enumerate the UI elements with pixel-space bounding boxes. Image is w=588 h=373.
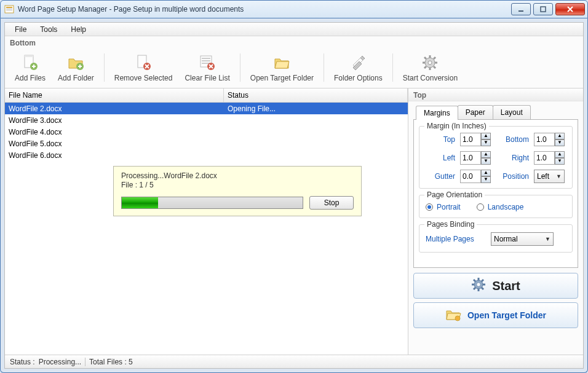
- progress-message: Processing...WordFile 2.docx File : 1 / …: [121, 171, 354, 190]
- spin-down-icon[interactable]: ▼: [481, 176, 491, 183]
- spin-down-icon[interactable]: ▼: [481, 158, 491, 165]
- folder-options-button[interactable]: Folder Options: [329, 52, 387, 84]
- menu-file[interactable]: File: [9, 24, 33, 35]
- table-row[interactable]: WordFile 3.docx: [5, 114, 408, 126]
- open-target-folder-big-button[interactable]: Open Target Folder: [413, 302, 578, 328]
- status-total-files: Total Files : 5: [89, 358, 133, 366]
- spin-right[interactable]: ▲▼: [534, 151, 568, 165]
- spin-up-icon[interactable]: ▲: [481, 151, 491, 158]
- input-bottom[interactable]: [534, 133, 555, 146]
- radio-portrait[interactable]: Portrait: [426, 203, 461, 211]
- svg-line-36: [474, 288, 475, 289]
- orientation-legend: Page Orientation: [424, 190, 485, 199]
- file-list-pane: File Name Status WordFile 2.docx Opening…: [5, 88, 408, 355]
- menu-help[interactable]: Help: [65, 24, 92, 35]
- list-clear-icon: [197, 53, 217, 73]
- toolbar-label: Clear File List: [185, 74, 229, 82]
- app-icon: [4, 4, 14, 14]
- svg-rect-4: [518, 10, 523, 12]
- window-title: Word Page Setup Manager - Page Setup in …: [18, 5, 509, 14]
- table-row[interactable]: WordFile 4.docx: [5, 126, 408, 138]
- select-position-value: Left: [537, 172, 549, 181]
- statusbar-separator: [85, 358, 85, 366]
- remove-selected-button[interactable]: Remove Selected: [109, 52, 178, 84]
- input-right[interactable]: [534, 151, 555, 165]
- select-position[interactable]: Left▼: [534, 170, 565, 183]
- start-conversion-button[interactable]: Start Conversion: [398, 52, 463, 84]
- folder-open-icon: [445, 308, 461, 323]
- spin-down-icon[interactable]: ▼: [555, 139, 565, 146]
- svg-line-26: [424, 66, 426, 68]
- orientation-group: Page Orientation Portrait Landscape: [419, 195, 573, 218]
- table-row[interactable]: WordFile 5.docx: [5, 138, 408, 149]
- svg-rect-2: [6, 9, 12, 9]
- start-button[interactable]: Start: [413, 273, 578, 299]
- input-gutter[interactable]: [460, 170, 481, 183]
- svg-rect-3: [6, 10, 12, 10]
- input-top[interactable]: [460, 133, 481, 146]
- toolbar-separator: [324, 53, 324, 82]
- select-multiple-pages[interactable]: Normal▼: [491, 232, 554, 246]
- tab-paper[interactable]: Paper: [458, 105, 493, 119]
- status-processing: Processing...: [39, 358, 81, 366]
- svg-line-24: [434, 66, 435, 68]
- client-area: File Tools Help Bottom Add Files Add Fol…: [4, 22, 584, 369]
- spin-gutter[interactable]: ▲▼: [460, 170, 495, 183]
- tab-margins[interactable]: Margins: [416, 106, 458, 120]
- spin-left[interactable]: ▲▼: [460, 151, 495, 165]
- maximize-button[interactable]: [533, 3, 553, 15]
- svg-rect-1: [6, 7, 12, 8]
- close-button[interactable]: [555, 3, 585, 15]
- table-row[interactable]: WordFile 2.docx Opening File...: [5, 103, 408, 114]
- titlebar: Word Page Setup Manager - Page Setup in …: [0, 0, 588, 18]
- toolbar-label: Add Files: [15, 74, 46, 82]
- toolbar-separator: [240, 53, 240, 82]
- settings-section-label: Top: [408, 88, 583, 101]
- label-bottom: Bottom: [498, 135, 530, 144]
- radio-landscape[interactable]: Landscape: [477, 203, 524, 211]
- margin-group: Margin (In Inches) Top ▲▼ Bottom ▲▼ Left…: [419, 126, 573, 189]
- label-gutter: Gutter: [427, 172, 456, 181]
- spin-up-icon[interactable]: ▲: [481, 170, 491, 176]
- select-multiple-pages-value: Normal: [494, 235, 518, 243]
- spin-up-icon[interactable]: ▲: [481, 133, 491, 139]
- stop-button[interactable]: Stop: [309, 196, 354, 210]
- tab-page-margins: Margin (In Inches) Top ▲▼ Bottom ▲▼ Left…: [413, 119, 578, 268]
- action-buttons: Start Open Target Folder: [413, 273, 578, 328]
- radio-landscape-label: Landscape: [488, 203, 524, 211]
- col-status[interactable]: Status: [224, 88, 408, 102]
- col-filename[interactable]: File Name: [5, 88, 224, 102]
- spin-bottom[interactable]: ▲▼: [534, 133, 568, 146]
- file-remove-icon: [133, 53, 153, 73]
- open-target-folder-button[interactable]: Open Target Folder: [245, 52, 319, 84]
- add-files-button[interactable]: Add Files: [10, 52, 50, 84]
- svg-point-28: [477, 283, 480, 286]
- spin-down-icon[interactable]: ▼: [481, 139, 491, 146]
- folder-open-icon: [272, 53, 292, 73]
- progress-dialog: Processing...WordFile 2.docx File : 1 / …: [113, 166, 362, 216]
- menu-tools[interactable]: Tools: [34, 24, 63, 35]
- folder-add-icon: [66, 53, 85, 73]
- svg-line-23: [424, 57, 426, 59]
- clear-file-list-button[interactable]: Clear File List: [180, 52, 234, 84]
- table-row[interactable]: WordFile 6.docx: [5, 149, 408, 161]
- svg-rect-7: [25, 55, 33, 57]
- progress-line2: File : 1 / 5: [121, 181, 354, 190]
- main-split: File Name Status WordFile 2.docx Opening…: [5, 88, 583, 355]
- spin-up-icon[interactable]: ▲: [555, 151, 565, 158]
- label-multiple-pages: Multiple Pages: [426, 235, 485, 243]
- svg-rect-14: [202, 60, 210, 61]
- toolbar-label: Open Target Folder: [250, 74, 314, 82]
- svg-line-25: [434, 57, 435, 59]
- settings-pane: Top Margins Paper Layout Margin (In Inch…: [408, 88, 583, 355]
- tab-layout[interactable]: Layout: [493, 105, 531, 119]
- window-frame: File Tools Help Bottom Add Files Add Fol…: [0, 18, 588, 373]
- spin-top[interactable]: ▲▼: [460, 133, 495, 146]
- spin-up-icon[interactable]: ▲: [555, 133, 565, 139]
- label-right: Right: [498, 154, 530, 162]
- margin-group-legend: Margin (In Inches): [424, 122, 489, 130]
- minimize-button[interactable]: [511, 3, 531, 15]
- spin-down-icon[interactable]: ▼: [555, 158, 565, 165]
- add-folder-button[interactable]: Add Folder: [53, 52, 99, 84]
- input-left[interactable]: [460, 151, 481, 165]
